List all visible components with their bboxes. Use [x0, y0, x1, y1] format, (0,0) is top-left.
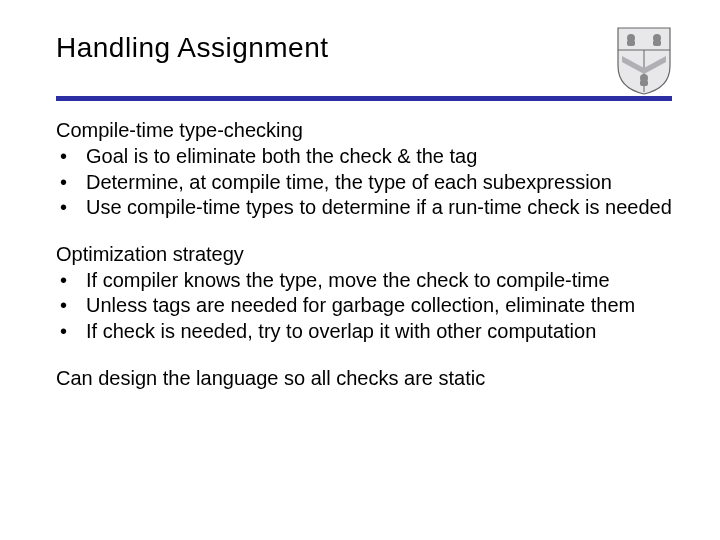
title-row: Handling Assignment: [56, 32, 672, 96]
section-heading: Compile-time type-checking: [56, 119, 672, 142]
svg-rect-7: [640, 80, 648, 86]
list-item: Goal is to eliminate both the check & th…: [56, 144, 672, 170]
title-rule: [56, 96, 672, 101]
section-optimization: Optimization strategy If compiler knows …: [56, 243, 672, 345]
slide: Handling Assignment Compile-time type-c: [0, 0, 720, 540]
list-item: Determine, at compile time, the type of …: [56, 170, 672, 196]
section-compile-time: Compile-time type-checking Goal is to el…: [56, 119, 672, 221]
svg-rect-3: [627, 40, 635, 46]
slide-title: Handling Assignment: [56, 32, 608, 64]
bullet-list: If compiler knows the type, move the che…: [56, 268, 672, 345]
bullet-list: Goal is to eliminate both the check & th…: [56, 144, 672, 221]
list-item: Unless tags are needed for garbage colle…: [56, 293, 672, 319]
closing-line: Can design the language so all checks ar…: [56, 367, 672, 390]
svg-rect-5: [653, 40, 661, 46]
crest-logo: [616, 26, 672, 96]
list-item: If check is needed, try to overlap it wi…: [56, 319, 672, 345]
section-heading: Optimization strategy: [56, 243, 672, 266]
list-item: If compiler knows the type, move the che…: [56, 268, 672, 294]
list-item: Use compile-time types to determine if a…: [56, 195, 672, 221]
